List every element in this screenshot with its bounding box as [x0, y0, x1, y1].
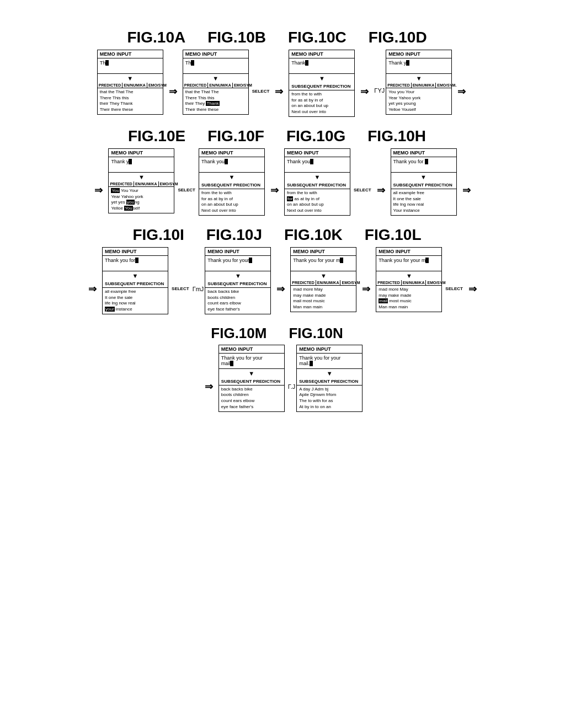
- flow-arrow: ⇒: [375, 184, 387, 196]
- flow-arrow: ⇒: [86, 283, 99, 295]
- input-text: Thank you for your: [299, 355, 340, 361]
- text-cursor: [310, 159, 313, 164]
- prediction-body: all example freeIt one the salelife lng …: [391, 189, 456, 215]
- input-text: Thank you for your m: [293, 258, 340, 263]
- fig-title-text: FIG.10H: [367, 127, 426, 144]
- memo-panel-10I: MEMO INPUTThank you for▼SUBSEQUENT PREDI…: [102, 247, 168, 314]
- panels-row: MEMO INPUTTh▼PREDICTEDEN/NUM/KAEMO/SYMth…: [33, 50, 532, 117]
- memo-panel-10D: MEMO INPUTThank y▼PREDICTEDEN/NUM/KAEMO/…: [386, 50, 452, 115]
- panel-input: Thank you for your m: [376, 256, 441, 271]
- memo-panel-10G: MEMO INPUTThank you▼SUBSEQUENT PREDICTIO…: [284, 148, 350, 216]
- highlighted-word: You: [124, 206, 133, 211]
- input-text: Thank you for your m: [379, 258, 425, 263]
- memo-panel-10E: MEMO INPUTThank y▼PREDICTEDEN/NUM/KAEMO/…: [108, 148, 174, 213]
- subsequent-prediction-header: SUBSEQUENT PREDICTION: [219, 378, 284, 386]
- input-text: Thank you: [201, 159, 225, 164]
- input-text: Thank: [291, 60, 305, 66]
- prediction-body: back backs bikeboots childrencount ears …: [205, 288, 270, 314]
- predicted-header: PREDICTEDEN/NUM/KAEMO/SYM: [376, 280, 441, 286]
- arrow-down: ▼: [297, 369, 362, 378]
- text-cursor: [406, 60, 409, 66]
- input-text: Thank you for your: [207, 258, 249, 263]
- text-cursor: [310, 361, 313, 366]
- panel-input: Thank you for: [391, 157, 456, 173]
- flow-arrow: ⇒: [268, 184, 281, 196]
- panel-header: MEMO INPUT: [386, 50, 451, 58]
- panel-with-bracket: Γ.JMEMO INPUTThank you for yourmail.▼SUB…: [288, 345, 363, 412]
- panel-header: MEMO INPUT: [289, 50, 354, 58]
- input-text: Thank you for: [105, 258, 135, 263]
- panel-input: Thank you: [285, 157, 350, 173]
- text-cursor: [135, 258, 138, 263]
- subsequent-prediction-header: SUBSEQUENT PREDICTION: [103, 280, 168, 288]
- arrow-down: ▼: [98, 74, 163, 83]
- panels-row: ⇒MEMO INPUTThank y▼PREDICTEDEN/NUM/KAEMO…: [33, 148, 532, 216]
- text-cursor: [340, 258, 343, 263]
- highlighted-word: You: [111, 188, 120, 193]
- flow-arrow: ⇒: [466, 283, 479, 295]
- predicted-header: PREDICTEDEN/NUM/KAEMO/SYM.: [386, 83, 451, 88]
- arrow-down: ▼: [219, 369, 284, 378]
- fig-title: FIG.10M: [205, 325, 283, 341]
- panel-input: Thank you for your: [205, 256, 270, 271]
- flow-arrow: ⇒: [92, 184, 105, 196]
- panel-header: MEMO INPUT: [291, 248, 356, 256]
- fig-title-text: FIG.10K: [284, 226, 343, 243]
- memo-panel-10K: MEMO INPUTThank you for your m▼PREDICTED…: [290, 247, 356, 312]
- panel-input: Thank you for your m: [291, 256, 356, 271]
- predicted-header: PREDICTEDEN/NUM/KAEMO/SYM: [291, 280, 356, 286]
- fig-title: FIG.10J: [201, 227, 279, 244]
- input-text: Thank you for: [393, 159, 425, 164]
- fig-titles-row: FIG.10EFIG.10FFIG.10GFIG.10H: [33, 128, 532, 145]
- flow-arrow: ⇒: [274, 283, 287, 295]
- text-cursor: [129, 159, 132, 164]
- highlighted-word: mail: [379, 298, 388, 303]
- memo-panel-10A: MEMO INPUTTh▼PREDICTEDEN/NUM/KAEMO/SYMth…: [97, 50, 163, 115]
- highlighted-word: Thank: [206, 101, 219, 106]
- arrow-down: ▼: [386, 74, 451, 83]
- panel-header: MEMO INPUT: [219, 345, 284, 354]
- bracket-indicator: ΓYJ: [374, 87, 385, 94]
- panel-input: Thank y: [109, 157, 174, 173]
- memo-panel-10J: MEMO INPUTThank you for your▼SUBSEQUENT …: [205, 247, 271, 314]
- panel-header: MEMO INPUT: [183, 50, 248, 58]
- predicted-header: PREDICTEDEN/NUM/KAEMO/SYM: [109, 181, 174, 187]
- arrow-down: ▼: [391, 173, 456, 181]
- fig-title-text: FIG.10G: [286, 127, 345, 144]
- fig-title-text: FIG.10L: [365, 226, 422, 243]
- text-cursor: [425, 159, 428, 164]
- predicted-header: PREDICTEDEN/NUM/KAEMO/SYM: [98, 83, 163, 88]
- arrow-down: ▼: [205, 271, 270, 280]
- fig-title-text: FIG.10A: [127, 29, 185, 46]
- panel-input: Th: [183, 58, 248, 74]
- input-text: Th: [185, 60, 191, 66]
- select-label: SELECT: [354, 188, 371, 192]
- panel-header: MEMO INPUT: [391, 149, 456, 157]
- fig-title: FIG.10I: [127, 227, 200, 244]
- fig-title-text: FIG.10B: [207, 29, 266, 46]
- flow-arrow: ⇒: [460, 184, 473, 196]
- prediction-body: mad more Maymay make mademail most music…: [291, 286, 356, 312]
- subsequent-prediction-header: SUBSEQUENT PREDICTION: [289, 83, 354, 90]
- panel-input: Thank: [289, 58, 354, 74]
- panel-header: MEMO INPUT: [205, 248, 270, 256]
- prediction-body: You You YourYear Yahoo yorkyet yes young…: [109, 187, 174, 213]
- input-text: Th: [100, 60, 106, 66]
- memo-panel-10F: MEMO INPUTThank you▼SUBSEQUENT PREDICTIO…: [199, 148, 265, 216]
- select-label: SELECT: [445, 286, 463, 291]
- predicted-header: PREDICTEDEN/NUM/KAEMO/SYM: [183, 83, 248, 88]
- input-text: Thank y: [111, 159, 129, 164]
- prediction-body: that the That TheThere This thistheir Th…: [98, 88, 163, 114]
- fig-titles-row: FIG.10IFIG.10JFIG.10KFIG.10L: [33, 227, 532, 244]
- select-label: SELECT: [172, 286, 189, 291]
- bracket-indicator: Γ.J: [288, 383, 295, 390]
- fig-title-text: FIG.10J: [206, 226, 262, 243]
- main-content: FIG.10AFIG.10BFIG.10CFIG.10DMEMO INPUTTh…: [0, 24, 565, 434]
- flow-arrow: ⇒: [455, 85, 468, 98]
- input-text: mail.: [299, 361, 310, 366]
- subsequent-prediction-header: SUBSEQUENT PREDICTION: [297, 378, 362, 386]
- figure-row-0: FIG.10AFIG.10BFIG.10CFIG.10DMEMO INPUTTh…: [33, 29, 532, 117]
- arrow-down: ▼: [103, 271, 168, 280]
- subsequent-prediction-header: SUBSEQUENT PREDICTION: [391, 181, 456, 189]
- text-cursor: [191, 60, 194, 66]
